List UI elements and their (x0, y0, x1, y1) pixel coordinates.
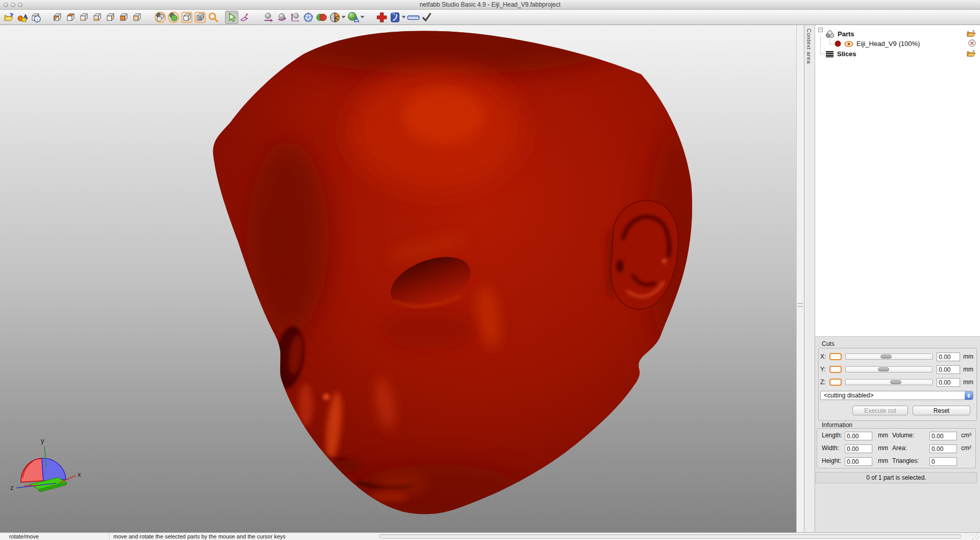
tree-item-slices[interactable]: Slices (815, 49, 980, 59)
parts-group-icon (825, 30, 835, 38)
height-label: Height: (822, 457, 841, 464)
slices-label: Slices (837, 50, 856, 58)
status-bar: rotate/move move and rotate the selected… (0, 532, 980, 540)
move-part-icon[interactable] (262, 11, 275, 24)
cut-row-z: Z: 0.00 mm (820, 377, 973, 387)
show-all-parts-icon[interactable] (154, 11, 167, 24)
cut-y-slider-thumb[interactable] (878, 367, 889, 371)
cut-y-label: Y: (820, 366, 829, 373)
cut-row-y: Y: 0.00 mm (820, 364, 973, 374)
progress-track[interactable] (379, 534, 961, 538)
view-bottom-icon[interactable] (77, 11, 90, 24)
context-area-label: Context area (806, 29, 812, 64)
delete-part-button[interactable] (968, 39, 976, 49)
cursor-select-icon[interactable] (225, 11, 238, 24)
cut-z-value-field[interactable]: 0.00 (937, 378, 960, 387)
open-project-icon[interactable] (3, 11, 16, 24)
zoom-to-parts-icon[interactable] (193, 11, 207, 24)
3d-viewport[interactable]: y x z (0, 25, 796, 532)
cut-x-slider-thumb[interactable] (880, 355, 892, 359)
length-label: Length: (822, 432, 842, 439)
tree-item-parts[interactable]: Parts (815, 29, 980, 39)
cut-y-slider[interactable] (845, 366, 933, 372)
cut-y-unit: mm (963, 366, 973, 373)
viewport-scrollbar[interactable] (796, 25, 804, 532)
show-platform-icon[interactable] (180, 11, 193, 24)
scale-part-icon[interactable] (288, 11, 302, 24)
cut-x-slider[interactable] (845, 354, 933, 360)
cutting-mode-value: <cutting disabled> (824, 392, 873, 399)
axis-y-label: y (41, 437, 44, 444)
cut-y-toggle[interactable] (829, 366, 842, 373)
edit-triangles-icon[interactable] (302, 11, 315, 24)
model-head (0, 25, 796, 532)
part-status-icon (835, 40, 841, 47)
validate-icon[interactable] (420, 11, 433, 24)
cutting-mode-dropdown[interactable]: <cutting disabled> (820, 391, 973, 400)
dropdown-stepper-icon[interactable] (965, 391, 973, 400)
volume-label: Volume: (892, 432, 914, 439)
show-selected-parts-icon[interactable] (167, 11, 180, 24)
width-label: Width: (822, 444, 839, 452)
splitter-grip-icon[interactable] (798, 303, 803, 307)
cut-x-label: X: (820, 353, 829, 360)
rotate-part-icon[interactable] (275, 11, 288, 24)
view-iso-icon[interactable] (51, 11, 64, 24)
height-unit: mm (878, 457, 888, 464)
height-field: 0.00 (845, 457, 872, 466)
volume-field: 0.00 (929, 432, 957, 440)
view-back-icon[interactable] (104, 11, 117, 24)
axis-x-label: x (78, 471, 81, 478)
chevron-down-icon (402, 16, 406, 18)
width-field: 0.00 (845, 444, 872, 453)
cut-row-x: X: 0.00 mm (820, 351, 973, 362)
width-unit: mm (878, 444, 888, 452)
view-front-icon[interactable] (90, 11, 104, 24)
volume-unit: cm³ (961, 432, 971, 439)
pan-view-icon[interactable] (238, 11, 252, 24)
view-top-icon[interactable] (64, 11, 77, 24)
cut-y-value-field[interactable]: 0.00 (937, 365, 960, 374)
cuts-info-panel: Cuts X: 0.00 mm Y: 0.00 mm Z: 0.00 (815, 336, 980, 532)
triangles-label: Triangles: (892, 457, 919, 464)
part-item-label: Eiji_Head_V9 (100%) (856, 40, 920, 48)
tree-item-part[interactable]: Eiji_Head_V9 (100%) (815, 39, 980, 49)
right-panel: − Parts Eiji_Head_V9 (100%) (815, 25, 980, 532)
status-mode: rotate/move (9, 533, 39, 539)
resize-grip-icon[interactable] (972, 534, 979, 540)
add-part-icon[interactable] (16, 11, 29, 24)
part-info-icon[interactable]: i (29, 11, 42, 24)
area-unit: cm² (961, 444, 971, 452)
repair-part-icon[interactable] (375, 11, 388, 24)
title-bar: netfabb Studio Basic 4.9 - Eiji_Head_V9.… (0, 0, 980, 10)
view-right-icon[interactable] (130, 11, 143, 24)
cut-z-label: Z: (820, 379, 829, 386)
cut-part-icon[interactable] (328, 11, 347, 24)
cut-z-slider[interactable] (845, 379, 933, 385)
visibility-eye-icon[interactable] (844, 41, 853, 47)
add-slice-folder-button[interactable] (967, 50, 976, 58)
slice-part-icon[interactable] (388, 11, 407, 24)
view-left-icon[interactable] (117, 11, 130, 24)
reset-button[interactable]: Reset (913, 406, 970, 415)
analyse-part-icon[interactable] (347, 11, 365, 24)
context-area-tab[interactable]: Context area (804, 25, 815, 532)
selection-status: 0 of 1 part is selected. (816, 472, 977, 483)
execute-cut-button[interactable]: Execute cut (852, 406, 908, 415)
cut-z-slider-thumb[interactable] (890, 380, 901, 384)
zoom-icon[interactable] (207, 11, 220, 24)
status-separator (109, 533, 110, 540)
cut-x-value-field[interactable]: 0.00 (937, 353, 960, 361)
cut-z-toggle[interactable] (829, 379, 842, 386)
boolean-operation-icon[interactable] (315, 11, 328, 24)
chevron-down-icon (360, 16, 364, 18)
slices-group-icon (825, 51, 834, 58)
measure-icon[interactable] (407, 11, 420, 24)
add-part-folder-button[interactable] (967, 30, 976, 38)
length-field: 0.00 (845, 432, 872, 440)
cut-x-toggle[interactable] (829, 353, 842, 360)
information-grid: Length: 0.00 mm Volume: 0.00 cm³ Width: … (817, 428, 976, 468)
window-title: netfabb Studio Basic 4.9 - Eiji_Head_V9.… (0, 1, 980, 8)
cuts-title: Cuts (822, 340, 835, 347)
length-unit: mm (878, 432, 888, 439)
